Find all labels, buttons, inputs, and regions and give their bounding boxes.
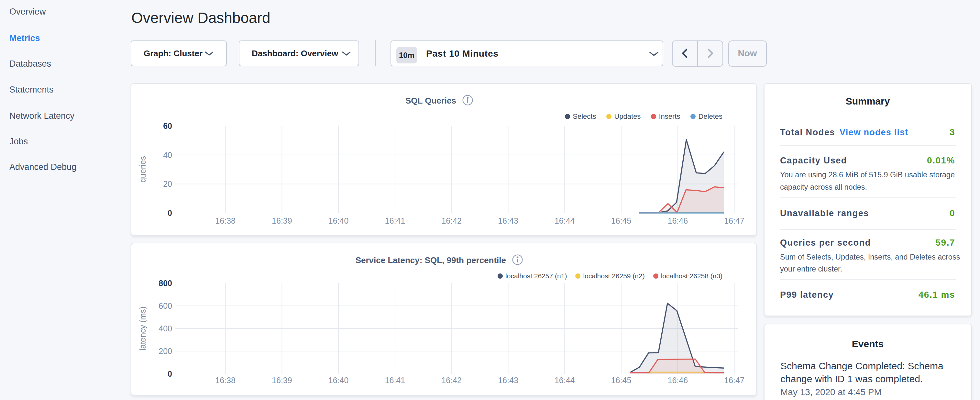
svg-text:16:39: 16:39: [272, 376, 292, 385]
svg-text:60: 60: [163, 121, 172, 131]
svg-text:16:41: 16:41: [385, 216, 406, 225]
svg-text:20: 20: [163, 179, 172, 188]
svg-text:16:42: 16:42: [441, 376, 462, 385]
svg-text:16:41: 16:41: [385, 376, 406, 385]
svg-text:16:46: 16:46: [668, 376, 688, 385]
svg-text:16:45: 16:45: [611, 216, 632, 225]
svg-text:200: 200: [159, 347, 172, 356]
svg-text:16:39: 16:39: [272, 216, 292, 225]
svg-text:600: 600: [159, 301, 172, 310]
svg-text:16:47: 16:47: [724, 216, 745, 225]
svg-text:latency (ms): latency (ms): [138, 306, 147, 351]
svg-text:16:46: 16:46: [668, 216, 688, 225]
svg-text:16:38: 16:38: [215, 216, 235, 225]
svg-text:16:38: 16:38: [215, 376, 235, 385]
svg-text:16:40: 16:40: [328, 376, 349, 385]
svg-text:16:40: 16:40: [328, 216, 349, 225]
svg-text:16:42: 16:42: [441, 216, 462, 225]
svg-text:queries: queries: [138, 156, 147, 183]
svg-text:16:45: 16:45: [611, 376, 632, 385]
svg-text:16:43: 16:43: [498, 216, 518, 225]
svg-text:16:44: 16:44: [555, 376, 575, 385]
svg-text:0: 0: [168, 209, 172, 217]
svg-text:16:47: 16:47: [724, 376, 745, 385]
svg-text:16:43: 16:43: [498, 376, 518, 385]
svg-text:40: 40: [163, 150, 172, 159]
svg-text:0: 0: [168, 369, 172, 378]
svg-text:800: 800: [159, 279, 172, 288]
svg-text:16:44: 16:44: [555, 216, 575, 225]
svg-text:400: 400: [159, 324, 172, 333]
